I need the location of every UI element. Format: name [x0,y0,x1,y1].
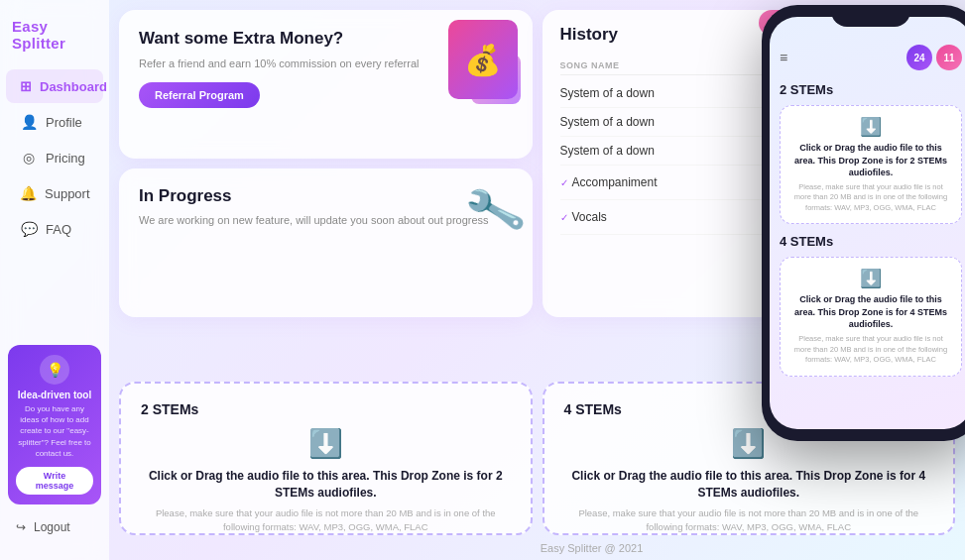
progress-title: In Progress [139,186,513,206]
stems-2-drop-title: Click or Drag the audio file to this are… [141,468,511,502]
support-icon: 🔔 [20,184,37,202]
phone-menu-icon: ≡ [780,50,787,65]
phone-stems-2-title: 2 STEMs [780,82,962,97]
sidebar: Easy Splitter ⊞ Dashboard 👤 Profile ◎ Pr… [0,0,109,560]
sidebar-label-dashboard: Dashboard [40,79,107,94]
check-icon-2: ✓ [560,212,568,223]
phone-download-icon-2: ⬇️ [790,116,951,138]
phone-avatars: 24 11 [906,45,962,70]
stems-2-title: 2 STEMs [141,401,511,417]
phone-screen: ≡ 24 11 2 STEMs ⬇️ Click or Drag the aud… [770,17,965,429]
referral-card: Want some Extra Money? Refer a friend an… [119,10,533,159]
app-logo: Easy Splitter [0,18,109,69]
phone-stems-4-title: 4 STEMs [780,234,962,249]
sidebar-label-profile: Profile [46,115,82,130]
phone-stems-2-dropzone[interactable]: ⬇️ Click or Drag the audio file to this … [780,105,962,224]
footer-text: Easy Splitter @ 2021 [541,542,644,554]
dashboard-icon: ⊞ [20,77,32,95]
stems-2-drop-desc: Please, make sure that your audio file i… [141,506,511,535]
sidebar-label-support: Support [45,186,90,201]
main-content: 11 Pro.songs 24 Jiu Songs Want some Extr… [109,0,965,560]
download-icon-2stems: ⬇️ [141,427,511,460]
phone-stems-4-drop-title: Click or Drag the audio file to this are… [790,293,951,331]
phone-frame: ≡ 24 11 2 STEMs ⬇️ Click or Drag the aud… [762,5,965,441]
progress-card: In Progress We are working on new featur… [119,168,533,317]
pricing-icon: ◎ [20,149,38,167]
sidebar-nav: ⊞ Dashboard 👤 Profile ◎ Pricing 🔔 Suppor… [0,69,109,345]
stems-2-dropzone[interactable]: 2 STEMs ⬇️ Click or Drag the audio file … [119,382,533,535]
sidebar-item-profile[interactable]: 👤 Profile [6,105,103,139]
stems-4-drop-title: Click or Drag the audio file to this are… [564,468,934,502]
phone-avatar-purple: 24 [906,45,932,70]
sidebar-item-dashboard[interactable]: ⊞ Dashboard [6,69,103,103]
idea-desc: Do you have any ideas of how to add crea… [16,403,93,459]
sidebar-item-pricing[interactable]: ◎ Pricing [6,141,103,174]
waveform-label-2: Vocals [572,210,607,224]
phone-stems-2-drop-desc: Please, make sure that your audio file i… [790,182,951,214]
idea-icon: 💡 [40,355,69,385]
idea-title: Idea-driven tool [16,390,93,400]
stems-4-drop-desc: Please, make sure that your audio file i… [564,506,934,535]
logout-label: Logout [34,520,70,534]
footer: Easy Splitter @ 2021 [218,542,965,554]
sidebar-item-faq[interactable]: 💬 FAQ [6,212,103,246]
sidebar-bottom: 💡 Idea-driven tool Do you have any ideas… [0,345,109,550]
write-message-button[interactable]: Write message [16,467,93,495]
phone-download-icon-4: ⬇️ [790,268,951,289]
logout-item[interactable]: ↪ Logout [8,514,101,540]
sidebar-label-faq: FAQ [46,222,71,237]
phone-stems-4-drop-desc: Please, make sure that your audio file i… [790,334,951,366]
idea-box: 💡 Idea-driven tool Do you have any ideas… [8,345,101,504]
phone-stems-2-drop-title: Click or Drag the audio file to this are… [790,142,951,179]
check-icon-1: ✓ [560,177,568,188]
sidebar-label-pricing: Pricing [46,151,85,166]
referral-illustration: 💰 [448,20,518,99]
referral-program-button[interactable]: Referral Program [139,82,260,108]
phone-avatar-pink: 11 [936,45,962,70]
phone-overlay: ≡ 24 11 2 STEMs ⬇️ Click or Drag the aud… [762,5,965,441]
logout-icon: ↪ [16,520,26,534]
phone-topbar: ≡ 24 11 [780,45,962,70]
progress-description: We are working on new feature, will upda… [139,212,513,229]
sidebar-item-support[interactable]: 🔔 Support [6,176,103,210]
faq-icon: 💬 [20,220,38,238]
phone-stems-4-dropzone[interactable]: ⬇️ Click or Drag the audio file to this … [780,257,962,376]
phone-notch [831,5,910,27]
waveform-label-1: Accompaniment [572,175,658,189]
profile-icon: 👤 [20,113,38,131]
